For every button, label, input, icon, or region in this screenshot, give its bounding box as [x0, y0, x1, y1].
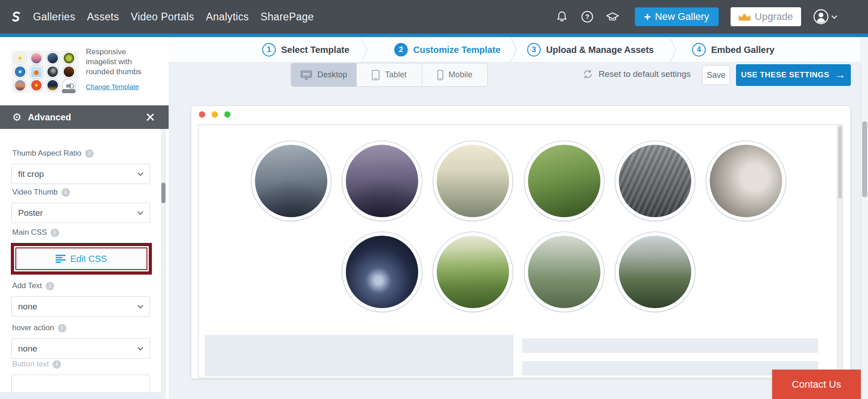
contact-us-button[interactable]: Contact Us	[772, 370, 861, 399]
gallery-thumb-cat-closeup[interactable]	[706, 141, 786, 221]
page-scrollbar-thumb[interactable]	[862, 121, 867, 197]
right-arrow-icon: →	[835, 69, 846, 80]
step-label: Upload & Manage Assets	[546, 45, 654, 55]
save-button[interactable]: Save	[702, 65, 730, 85]
main-nav: Galleries Assets Video Portals Analytics…	[33, 0, 314, 33]
step-separator-chevron	[361, 38, 370, 62]
gallery-thumb-railway-dusk[interactable]	[342, 141, 422, 221]
new-gallery-button[interactable]: + New Gallery	[635, 7, 719, 26]
select-chevron-icon	[137, 209, 143, 215]
template-tile	[63, 52, 75, 64]
sidebar-scrollbar-thumb[interactable]	[161, 183, 165, 203]
change-template-link[interactable]: Change Template	[86, 83, 139, 90]
gallery-thumb-green-valley[interactable]	[524, 141, 604, 221]
main-css-label: Main CSS i	[12, 228, 59, 237]
avatar-icon	[813, 9, 829, 25]
gear-icon: ⚙	[12, 112, 22, 123]
help-icon[interactable]: ?	[580, 10, 594, 24]
template-title: Responsive imagelist with rounded thumbs	[86, 47, 156, 77]
gallery-thumb-photo	[619, 236, 691, 308]
thumb-aspect-ratio-label: Thumb Aspect Ratio i	[12, 149, 94, 158]
academy-graduation-cap-icon[interactable]	[606, 10, 619, 24]
gallery-thumb-photo	[346, 236, 418, 308]
notifications-bell-icon[interactable]	[555, 10, 569, 24]
template-tile	[30, 52, 42, 64]
gallery-thumb-cobblestone-cat[interactable]	[615, 141, 695, 221]
use-these-settings-button[interactable]: USE THESE SETTINGS →	[736, 64, 851, 86]
template-tile	[63, 66, 75, 78]
edit-css-highlight-inner: Edit CSS	[15, 247, 147, 270]
cincopa-logo-icon[interactable]	[10, 10, 23, 23]
step-customize-template[interactable]: 2 Customize Template	[394, 37, 500, 62]
step-number: 1	[262, 43, 276, 57]
stepper: 1 Select Template 2 Customize Template 3…	[169, 37, 868, 62]
gallery-thumb-misty-hills[interactable]	[433, 141, 513, 221]
chevron-down-icon	[831, 13, 837, 19]
device-toggle-mobile[interactable]: Mobile	[422, 63, 487, 86]
select-chevron-icon	[137, 345, 143, 351]
upgrade-button[interactable]: Upgrade	[731, 7, 801, 26]
window-traffic-lights	[199, 111, 231, 118]
gallery-thumb-photo	[437, 145, 509, 217]
thumb-aspect-ratio-select[interactable]: fit crop	[11, 164, 150, 184]
step-select-template[interactable]: 1 Select Template	[262, 37, 349, 62]
info-icon[interactable]: i	[61, 188, 70, 197]
reset-to-default-button[interactable]: Reset to default settings	[582, 69, 691, 80]
nav-item-analytics[interactable]: Analytics	[206, 11, 249, 23]
nav-item-assets[interactable]: Assets	[87, 11, 119, 23]
template-tile	[47, 66, 59, 78]
device-toggle-tablet[interactable]: Tablet	[357, 63, 422, 86]
gallery-thumb-green-field[interactable]	[433, 232, 513, 312]
gallery-thumb-valley-view[interactable]	[524, 232, 604, 312]
app-root: Galleries Assets Video Portals Analytics…	[0, 0, 868, 399]
info-icon[interactable]: i	[46, 282, 54, 290]
edit-css-highlight-box: Edit CSS	[11, 243, 152, 275]
template-tile	[30, 79, 42, 91]
gallery-thumb-photo	[528, 236, 600, 308]
nav-item-galleries[interactable]: Galleries	[33, 11, 75, 23]
nav-item-video-portals[interactable]: Video Portals	[131, 11, 194, 23]
info-icon[interactable]: i	[52, 360, 61, 369]
crown-icon	[739, 13, 750, 21]
close-icon[interactable]	[146, 113, 154, 121]
reset-refresh-icon	[582, 69, 593, 80]
gallery-thumb-photo	[255, 145, 327, 217]
gallery-thumb-railway-morning[interactable]	[251, 141, 331, 221]
plus-icon: +	[644, 11, 651, 23]
gallery-thumb-photo	[437, 236, 509, 308]
step-number: 2	[394, 43, 408, 57]
edit-css-button[interactable]: Edit CSS	[17, 249, 146, 268]
gallery-thumb-photo	[619, 145, 691, 217]
css-lines-icon	[56, 255, 66, 263]
step-label: Embed Gallery	[711, 45, 774, 55]
account-menu[interactable]	[813, 9, 836, 25]
nav-item-sharepage[interactable]: SharePage	[260, 11, 314, 23]
template-preview-image	[11, 51, 79, 93]
tablet-icon	[372, 70, 380, 81]
template-tile	[47, 79, 59, 91]
template-tile	[14, 52, 26, 64]
gallery-thumb-photo	[710, 145, 782, 217]
page-scrollbar	[861, 37, 868, 399]
gallery-thumb-photo	[346, 145, 418, 217]
gallery-thumb-night-lake[interactable]	[342, 232, 422, 312]
gallery-thumb-cloudy-hills[interactable]	[615, 232, 695, 312]
info-icon[interactable]: i	[58, 324, 66, 332]
svg-text:?: ?	[585, 13, 589, 20]
template-info: Responsive imagelist with rounded thumbs…	[86, 47, 156, 91]
template-tile	[30, 66, 42, 78]
step-embed-gallery[interactable]: 4 Embed Gallery	[692, 37, 774, 62]
device-toggle-group: Desktop Tablet Mobile	[291, 63, 488, 87]
device-toggle-desktop[interactable]: Desktop	[291, 63, 357, 86]
step-upload-manage-assets[interactable]: 3 Upload & Manage Assets	[527, 37, 654, 62]
traffic-light-red	[199, 111, 205, 118]
advanced-panel-header: ⚙ Advanced	[0, 105, 169, 129]
video-thumb-select[interactable]: Poster	[11, 203, 150, 223]
preview-scrollbar-thumb[interactable]	[838, 126, 842, 199]
info-icon[interactable]: i	[85, 149, 94, 158]
step-number: 3	[527, 43, 541, 57]
add-text-select[interactable]: none	[11, 296, 150, 317]
step-separator-chevron	[670, 38, 679, 62]
hover-action-select[interactable]: none	[11, 338, 150, 359]
info-icon[interactable]: i	[51, 228, 59, 237]
